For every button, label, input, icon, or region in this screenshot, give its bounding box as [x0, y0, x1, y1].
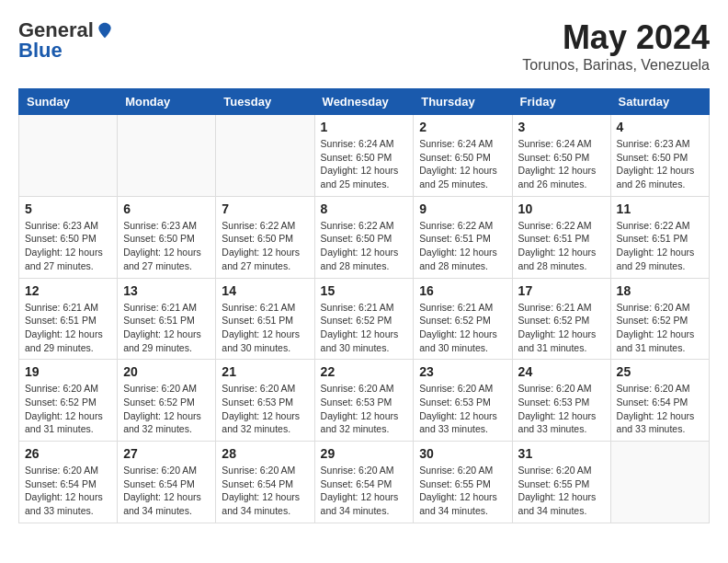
- week-row-5: 26Sunrise: 6:20 AM Sunset: 6:54 PM Dayli…: [19, 442, 710, 523]
- calendar-cell: 12Sunrise: 6:21 AM Sunset: 6:51 PM Dayli…: [19, 278, 118, 360]
- day-info: Sunrise: 6:22 AM Sunset: 6:51 PM Dayligh…: [419, 219, 506, 273]
- calendar-cell: 9Sunrise: 6:22 AM Sunset: 6:51 PM Daylig…: [414, 196, 512, 278]
- day-number: 20: [123, 364, 210, 379]
- day-info: Sunrise: 6:23 AM Sunset: 6:50 PM Dayligh…: [123, 219, 210, 273]
- day-info: Sunrise: 6:20 AM Sunset: 6:54 PM Dayligh…: [25, 464, 111, 518]
- calendar-cell: 16Sunrise: 6:21 AM Sunset: 6:52 PM Dayli…: [414, 278, 512, 360]
- calendar-cell: 15Sunrise: 6:21 AM Sunset: 6:52 PM Dayli…: [314, 278, 414, 360]
- day-number: 16: [419, 283, 506, 298]
- week-row-3: 12Sunrise: 6:21 AM Sunset: 6:51 PM Dayli…: [19, 278, 710, 360]
- day-info: Sunrise: 6:22 AM Sunset: 6:51 PM Dayligh…: [518, 219, 605, 273]
- weekday-header-wednesday: Wednesday: [314, 89, 414, 115]
- day-number: 11: [617, 201, 703, 216]
- weekday-header-sunday: Sunday: [19, 89, 118, 115]
- day-info: Sunrise: 6:21 AM Sunset: 6:51 PM Dayligh…: [222, 301, 308, 355]
- calendar-cell: 24Sunrise: 6:20 AM Sunset: 6:53 PM Dayli…: [512, 360, 610, 442]
- day-number: 7: [222, 201, 308, 216]
- day-info: Sunrise: 6:23 AM Sunset: 6:50 PM Dayligh…: [617, 137, 703, 191]
- day-info: Sunrise: 6:20 AM Sunset: 6:54 PM Dayligh…: [222, 464, 308, 518]
- weekday-header-tuesday: Tuesday: [216, 89, 314, 115]
- calendar-cell: 23Sunrise: 6:20 AM Sunset: 6:53 PM Dayli…: [414, 360, 512, 442]
- calendar-cell: 27Sunrise: 6:20 AM Sunset: 6:54 PM Dayli…: [118, 442, 216, 523]
- calendar-cell: 19Sunrise: 6:20 AM Sunset: 6:52 PM Dayli…: [19, 360, 118, 442]
- day-number: 8: [321, 201, 408, 216]
- day-info: Sunrise: 6:24 AM Sunset: 6:50 PM Dayligh…: [419, 137, 506, 191]
- day-info: Sunrise: 6:21 AM Sunset: 6:52 PM Dayligh…: [321, 301, 408, 355]
- calendar-cell: 8Sunrise: 6:22 AM Sunset: 6:50 PM Daylig…: [314, 196, 414, 278]
- day-number: 18: [617, 283, 703, 298]
- title-area: May 2024 Torunos, Barinas, Venezuela: [522, 18, 710, 74]
- day-info: Sunrise: 6:20 AM Sunset: 6:54 PM Dayligh…: [123, 464, 210, 518]
- day-number: 29: [321, 446, 408, 461]
- calendar-cell: 2Sunrise: 6:24 AM Sunset: 6:50 PM Daylig…: [414, 115, 512, 197]
- day-number: 5: [25, 201, 111, 216]
- calendar-cell: 13Sunrise: 6:21 AM Sunset: 6:51 PM Dayli…: [118, 278, 216, 360]
- month-year-title: May 2024: [522, 18, 710, 57]
- calendar-cell: 20Sunrise: 6:20 AM Sunset: 6:52 PM Dayli…: [118, 360, 216, 442]
- day-info: Sunrise: 6:20 AM Sunset: 6:53 PM Dayligh…: [321, 382, 408, 436]
- day-number: 14: [222, 283, 308, 298]
- week-row-4: 19Sunrise: 6:20 AM Sunset: 6:52 PM Dayli…: [19, 360, 710, 442]
- calendar-cell: 22Sunrise: 6:20 AM Sunset: 6:53 PM Dayli…: [314, 360, 414, 442]
- day-info: Sunrise: 6:24 AM Sunset: 6:50 PM Dayligh…: [518, 137, 605, 191]
- week-row-2: 5Sunrise: 6:23 AM Sunset: 6:50 PM Daylig…: [19, 196, 710, 278]
- calendar-cell: 28Sunrise: 6:20 AM Sunset: 6:54 PM Dayli…: [216, 442, 314, 523]
- day-number: 3: [518, 120, 605, 134]
- calendar-cell: 21Sunrise: 6:20 AM Sunset: 6:53 PM Dayli…: [216, 360, 314, 442]
- day-number: 19: [25, 364, 111, 379]
- day-number: 10: [518, 201, 605, 216]
- calendar-cell: 18Sunrise: 6:20 AM Sunset: 6:52 PM Dayli…: [610, 278, 709, 360]
- day-number: 6: [123, 201, 210, 216]
- day-number: 12: [25, 283, 111, 298]
- weekday-header-friday: Friday: [512, 89, 610, 115]
- calendar-cell: [118, 115, 216, 197]
- logo: General Blue: [18, 18, 114, 63]
- calendar-cell: 1Sunrise: 6:24 AM Sunset: 6:50 PM Daylig…: [314, 115, 414, 197]
- day-info: Sunrise: 6:20 AM Sunset: 6:52 PM Dayligh…: [25, 382, 111, 436]
- day-number: 21: [222, 364, 308, 379]
- weekday-header-monday: Monday: [118, 89, 216, 115]
- day-number: 26: [25, 446, 111, 461]
- calendar-cell: 6Sunrise: 6:23 AM Sunset: 6:50 PM Daylig…: [118, 196, 216, 278]
- day-number: 30: [419, 446, 506, 461]
- day-info: Sunrise: 6:20 AM Sunset: 6:52 PM Dayligh…: [123, 382, 210, 436]
- day-info: Sunrise: 6:20 AM Sunset: 6:54 PM Dayligh…: [321, 464, 408, 518]
- day-info: Sunrise: 6:22 AM Sunset: 6:51 PM Dayligh…: [617, 219, 703, 273]
- day-number: 15: [321, 283, 408, 298]
- day-info: Sunrise: 6:21 AM Sunset: 6:52 PM Dayligh…: [419, 301, 506, 355]
- calendar-cell: 10Sunrise: 6:22 AM Sunset: 6:51 PM Dayli…: [512, 196, 610, 278]
- day-number: 24: [518, 364, 605, 379]
- day-info: Sunrise: 6:20 AM Sunset: 6:52 PM Dayligh…: [617, 301, 703, 355]
- day-number: 4: [617, 120, 703, 134]
- day-info: Sunrise: 6:21 AM Sunset: 6:52 PM Dayligh…: [518, 301, 605, 355]
- calendar-cell: [610, 442, 709, 523]
- logo-icon: [96, 21, 114, 40]
- calendar-cell: 7Sunrise: 6:22 AM Sunset: 6:50 PM Daylig…: [216, 196, 314, 278]
- day-number: 2: [419, 120, 506, 134]
- calendar-cell: 29Sunrise: 6:20 AM Sunset: 6:54 PM Dayli…: [314, 442, 414, 523]
- calendar-cell: 11Sunrise: 6:22 AM Sunset: 6:51 PM Dayli…: [610, 196, 709, 278]
- day-number: 23: [419, 364, 506, 379]
- calendar-cell: 5Sunrise: 6:23 AM Sunset: 6:50 PM Daylig…: [19, 196, 118, 278]
- calendar-cell: 3Sunrise: 6:24 AM Sunset: 6:50 PM Daylig…: [512, 115, 610, 197]
- weekday-header-row: SundayMondayTuesdayWednesdayThursdayFrid…: [19, 89, 710, 115]
- day-number: 25: [617, 364, 703, 379]
- calendar-cell: [216, 115, 314, 197]
- day-info: Sunrise: 6:23 AM Sunset: 6:50 PM Dayligh…: [25, 219, 111, 273]
- day-number: 31: [518, 446, 605, 461]
- day-info: Sunrise: 6:21 AM Sunset: 6:51 PM Dayligh…: [123, 301, 210, 355]
- day-number: 22: [321, 364, 408, 379]
- day-number: 9: [419, 201, 506, 216]
- location-subtitle: Torunos, Barinas, Venezuela: [522, 57, 710, 74]
- calendar-cell: [19, 115, 118, 197]
- day-info: Sunrise: 6:21 AM Sunset: 6:51 PM Dayligh…: [25, 301, 111, 355]
- day-info: Sunrise: 6:20 AM Sunset: 6:53 PM Dayligh…: [419, 382, 506, 436]
- day-info: Sunrise: 6:22 AM Sunset: 6:50 PM Dayligh…: [222, 219, 308, 273]
- logo-blue: Blue: [18, 39, 63, 62]
- calendar-cell: 17Sunrise: 6:21 AM Sunset: 6:52 PM Dayli…: [512, 278, 610, 360]
- day-number: 28: [222, 446, 308, 461]
- day-number: 1: [321, 120, 408, 134]
- page-header: General Blue May 2024 Torunos, Barinas, …: [18, 18, 710, 74]
- day-info: Sunrise: 6:20 AM Sunset: 6:53 PM Dayligh…: [222, 382, 308, 436]
- day-info: Sunrise: 6:22 AM Sunset: 6:50 PM Dayligh…: [321, 219, 408, 273]
